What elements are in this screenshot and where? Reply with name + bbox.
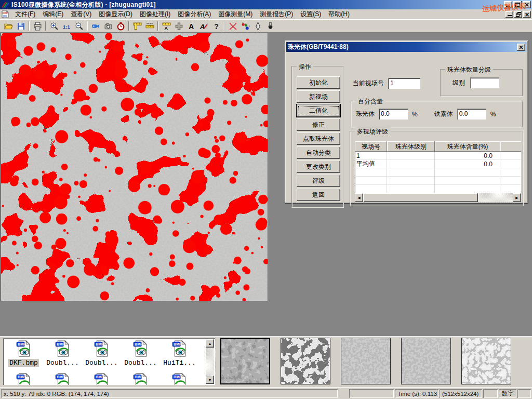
file-item-partial[interactable]: BMP — [82, 373, 121, 385]
menu-view[interactable]: 查看(V) — [67, 9, 95, 20]
file-item[interactable]: BMP Doubl... — [43, 340, 82, 367]
hscroll-thumb[interactable] — [364, 193, 478, 202]
actual-size-button[interactable]: 1:1 — [60, 20, 73, 32]
file-item[interactable]: BMP Doubl... — [82, 340, 121, 367]
svg-text:DOC: DOC — [3, 12, 8, 15]
ferrite-percent-input[interactable]: 0.0 — [457, 109, 486, 119]
menu-edit[interactable]: 编辑(E) — [39, 9, 67, 20]
document-icon[interactable]: DOC — [1, 10, 9, 18]
close-button[interactable]: × — [523, 1, 531, 8]
col-field-number[interactable]: 视场号 — [355, 141, 387, 152]
init-button[interactable]: 初始化 — [297, 76, 340, 89]
thumbnail-1[interactable] — [220, 338, 270, 384]
video-capture-button[interactable] — [89, 20, 102, 32]
dialog-title-bar[interactable]: 珠光体(GB/T9441-88) × — [286, 42, 527, 52]
menu-image-analysis[interactable]: 图像分析(A) — [174, 9, 215, 20]
menu-bar: DOC 文件(F) 编辑(E) 查看(V) 图像显示(D) 图像处理(I) 图像… — [0, 9, 532, 19]
scroll-right-icon[interactable]: ▶ — [513, 193, 521, 202]
ruler-button[interactable] — [143, 20, 156, 32]
file-name[interactable]: DKF.bmp — [8, 359, 39, 367]
scroll-left-icon[interactable]: ◀ — [355, 193, 363, 202]
table-row[interactable]: 1 0.0 — [355, 152, 521, 160]
file-browser-vscrollbar[interactable]: ▲ ▼ — [206, 339, 214, 384]
svg-text:A: A — [164, 25, 168, 30]
grade-button[interactable]: 评级 — [297, 175, 340, 187]
mdi-close-button[interactable]: × — [523, 11, 531, 18]
col-pearlite-grade[interactable]: 珠光体级别 — [387, 141, 435, 152]
classify-particles-button[interactable]: 123 — [239, 20, 251, 32]
annotate-button[interactable]: A — [197, 20, 210, 32]
brush-icon — [266, 22, 275, 31]
minimize-button[interactable] — [504, 1, 512, 8]
file-item-partial[interactable]: BMP — [121, 373, 160, 385]
mdi-minimize-button[interactable] — [506, 11, 513, 18]
new-field-button[interactable]: 新视场 — [297, 90, 340, 103]
scroll-up-icon[interactable]: ▲ — [206, 339, 214, 348]
correct-button[interactable]: 修正 — [297, 118, 340, 131]
menu-measure-report[interactable]: 测量报告(P) — [256, 9, 297, 20]
measure-text-button[interactable]: A — [160, 20, 172, 32]
bmp-file-icon: BMP — [171, 340, 189, 357]
file-name[interactable]: Doubl... — [84, 359, 118, 367]
menu-image-measure[interactable]: 图像测量(M) — [215, 9, 256, 20]
change-class-button[interactable]: 更改类别 — [297, 161, 340, 173]
file-item-partial[interactable]: BMP — [4, 373, 43, 385]
table-row-average[interactable]: 平均值 0.0 — [355, 160, 521, 168]
zoom-out-button[interactable] — [73, 20, 85, 32]
save-button[interactable] — [15, 20, 27, 32]
level-input[interactable] — [470, 77, 499, 88]
file-item-partial[interactable]: BMP — [43, 373, 82, 385]
bottom-panel: BMP DKF.bmp BMP Doubl... BMP Doubl... BM… — [0, 336, 532, 387]
file-item[interactable]: BMP Doubl... — [121, 340, 160, 367]
col-ferrite[interactable]: 铁素体 — [500, 141, 521, 152]
timer-button[interactable] — [114, 20, 127, 32]
dialog-close-button[interactable]: × — [517, 44, 525, 51]
file-item-partial[interactable]: BMP — [160, 373, 199, 385]
calibration-curve-button[interactable] — [227, 20, 239, 32]
thumbnail-4[interactable] — [401, 338, 451, 384]
caliper-icon — [133, 22, 142, 31]
menu-settings[interactable]: 设置(S) — [297, 9, 325, 20]
dialog-title: 珠光体(GB/T9441-88) — [288, 43, 349, 51]
zoom-in-icon — [50, 22, 59, 31]
zoom-in-button[interactable] — [48, 20, 60, 32]
scroll-down-icon[interactable]: ▼ — [206, 376, 214, 384]
file-name[interactable]: Doubl... — [45, 359, 79, 367]
maximize-button[interactable] — [513, 1, 522, 8]
text-button[interactable]: A — [185, 20, 197, 32]
open-button[interactable] — [2, 20, 15, 32]
app-icon[interactable] — [1, 1, 9, 8]
colored-balls-icon: 123 — [241, 22, 250, 31]
camera-capture-button[interactable] — [102, 20, 114, 32]
picker-pen-button[interactable] — [251, 20, 264, 32]
thumbnail-5[interactable] — [461, 338, 511, 384]
title-bar: IS100显微摄像系统(金相分析版) - [zhuguangti01] × — [0, 0, 532, 9]
file-name[interactable]: HuiTi... — [162, 359, 196, 367]
mdi-restore-button[interactable] — [514, 11, 522, 18]
brush-button[interactable] — [264, 20, 276, 32]
pick-pearlite-button[interactable]: 点取珠光体 — [297, 132, 340, 145]
col-pearlite-content[interactable]: 珠光体含量(%) — [435, 141, 500, 152]
file-name[interactable]: Doubl... — [123, 359, 157, 367]
menu-image-display[interactable]: 图像显示(D) — [95, 9, 136, 20]
file-item[interactable]: BMP DKF.bmp — [4, 340, 43, 367]
menu-help[interactable]: 帮助(H) — [325, 9, 353, 20]
file-item[interactable]: BMP HuiTi... — [160, 340, 199, 367]
caliper-button[interactable] — [131, 20, 143, 32]
table-hscrollbar[interactable]: ◀ ▶ — [355, 193, 521, 202]
menu-image-process[interactable]: 图像处理(I) — [136, 9, 174, 20]
help-button[interactable]: ? — [210, 20, 222, 32]
help-icon: ? — [212, 22, 221, 31]
menu-file[interactable]: 文件(F) — [11, 9, 39, 20]
pearlite-percent-input[interactable]: 0.0 — [379, 109, 408, 119]
binarize-button[interactable]: 二值化 — [297, 104, 340, 117]
auto-classify-button[interactable]: 自动分类 — [297, 147, 340, 159]
return-button[interactable]: 返回 — [297, 189, 340, 201]
metallographic-image[interactable] — [1, 33, 268, 301]
merge-grid-button[interactable] — [172, 20, 185, 32]
thumbnail-3[interactable] — [341, 338, 391, 384]
print-button[interactable] — [31, 20, 44, 32]
thumbnail-2[interactable] — [281, 338, 330, 384]
svg-text:2: 2 — [245, 22, 246, 24]
current-field-input[interactable]: 1 — [388, 78, 420, 89]
